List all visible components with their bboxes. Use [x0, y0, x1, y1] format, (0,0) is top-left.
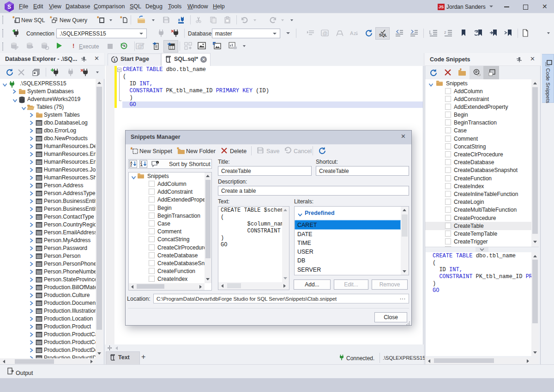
- svg-text:@: @: [138, 43, 143, 49]
- svg-text:z: z: [354, 30, 356, 36]
- svg-text:A: A: [350, 30, 354, 36]
- svg-text:SQL: SQL: [379, 33, 387, 37]
- svg-text:1: 1: [114, 58, 116, 62]
- svg-text:S: S: [7, 4, 11, 10]
- svg-text:2: 2: [444, 30, 446, 35]
- svg-text:Z: Z: [130, 164, 132, 167]
- svg-text:*: *: [97, 16, 99, 22]
- svg-text:*: *: [460, 68, 462, 73]
- svg-text:*: *: [12, 16, 15, 22]
- svg-text:*: *: [131, 147, 133, 153]
- svg-text:*: *: [50, 16, 52, 22]
- svg-text:*: *: [120, 16, 122, 22]
- svg-text:A: A: [140, 164, 143, 167]
- svg-text:@: @: [323, 30, 328, 36]
- svg-text:!: !: [157, 161, 158, 164]
